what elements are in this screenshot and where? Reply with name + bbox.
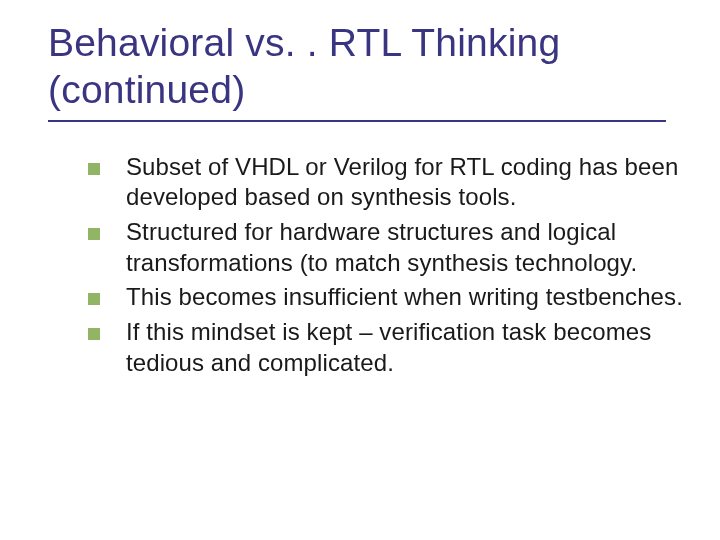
square-bullet-icon (88, 293, 100, 305)
square-bullet-icon (88, 163, 100, 175)
list-item: Structured for hardware structures and l… (88, 217, 690, 278)
bullet-text: If this mindset is kept – verification t… (126, 317, 690, 378)
square-bullet-icon (88, 328, 100, 340)
list-item: If this mindset is kept – verification t… (88, 317, 690, 378)
slide-title-line2: (continued) (48, 68, 245, 111)
slide-title: Behavioral vs. . RTL Thinking (continued… (48, 20, 690, 114)
bullet-text: Structured for hardware structures and l… (126, 217, 690, 278)
bullet-text: Subset of VHDL or Verilog for RTL coding… (126, 152, 690, 213)
slide-title-line1: Behavioral vs. . RTL Thinking (48, 21, 560, 64)
list-item: Subset of VHDL or Verilog for RTL coding… (88, 152, 690, 213)
bullet-text: This becomes insufficient when writing t… (126, 282, 683, 313)
bullet-list: Subset of VHDL or Verilog for RTL coding… (48, 152, 690, 379)
square-bullet-icon (88, 228, 100, 240)
list-item: This becomes insufficient when writing t… (88, 282, 690, 313)
title-underline (48, 120, 666, 122)
